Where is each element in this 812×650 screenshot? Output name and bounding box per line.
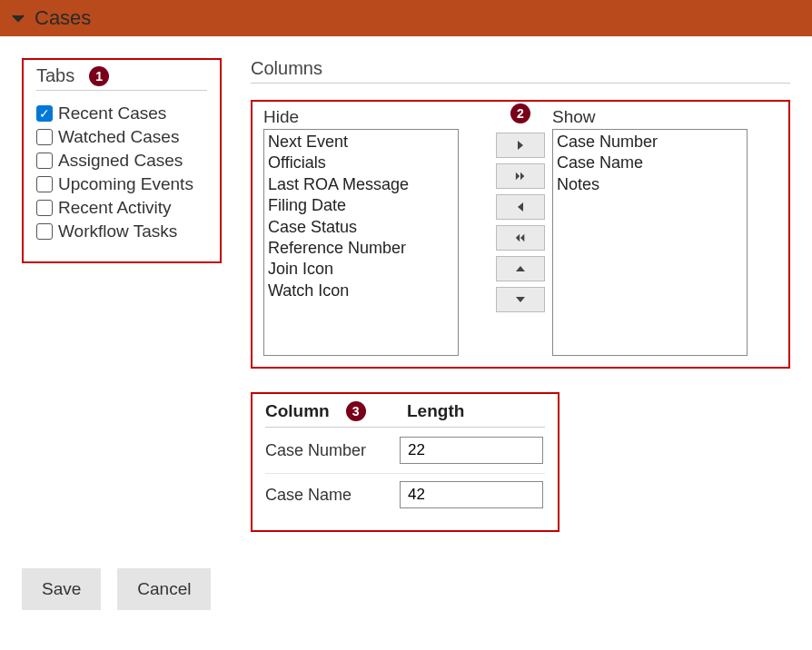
- checkbox-icon[interactable]: ✓: [36, 105, 53, 122]
- hide-list-item[interactable]: Watch Icon: [268, 281, 454, 301]
- chevron-down-icon: [11, 11, 25, 25]
- hide-list-item[interactable]: Officials: [268, 153, 454, 173]
- hide-list-item[interactable]: Filing Date: [268, 195, 454, 216]
- tab-checkbox-label: Watched Cases: [58, 127, 179, 147]
- tabs-title: Tabs: [36, 65, 74, 86]
- length-row: Case Name: [265, 481, 545, 508]
- show-list-item[interactable]: Case Name: [557, 153, 743, 173]
- move-down-button[interactable]: [496, 287, 545, 312]
- annotation-badge-3: 3: [346, 401, 366, 421]
- annotation-badge-2: 2: [510, 103, 530, 123]
- tab-checkbox-row[interactable]: Watched Cases: [36, 127, 207, 147]
- length-row: Case Number: [265, 437, 545, 474]
- length-input[interactable]: [400, 481, 543, 508]
- length-length-header: Length: [407, 401, 464, 421]
- move-up-button[interactable]: [496, 256, 545, 281]
- show-listbox[interactable]: Case NumberCase NameNotes: [552, 129, 748, 356]
- length-column-header: Column: [265, 401, 330, 421]
- hide-list-item[interactable]: Case Status: [268, 217, 454, 238]
- columns-title: Columns: [251, 58, 790, 84]
- move-right-button[interactable]: [496, 133, 545, 158]
- show-label: Show: [552, 107, 777, 127]
- section-header[interactable]: Cases: [0, 0, 812, 36]
- tab-checkbox-row[interactable]: Upcoming Events: [36, 174, 207, 194]
- show-list-item[interactable]: Case Number: [557, 132, 743, 153]
- tab-checkbox-row[interactable]: Recent Activity: [36, 198, 207, 218]
- dual-list-panel: Hide Next EventOfficialsLast ROA Message…: [251, 100, 790, 369]
- tab-checkbox-row[interactable]: Assigned Cases: [36, 151, 207, 171]
- hide-list-item[interactable]: Last ROA Message: [268, 174, 454, 195]
- tab-checkbox-row[interactable]: Workflow Tasks: [36, 222, 207, 241]
- section-title: Cases: [35, 6, 91, 30]
- length-panel: Column 3 Length Case NumberCase Name: [251, 392, 559, 532]
- tab-checkbox-label: Recent Activity: [58, 198, 172, 218]
- tab-checkbox-label: Upcoming Events: [58, 174, 193, 194]
- save-button[interactable]: Save: [22, 568, 101, 610]
- move-all-right-button[interactable]: [496, 163, 545, 189]
- hide-list-item[interactable]: Reference Number: [268, 238, 454, 259]
- move-buttons: 2: [496, 127, 545, 312]
- checkbox-icon[interactable]: [36, 129, 53, 145]
- hide-listbox[interactable]: Next EventOfficialsLast ROA MessageFilin…: [263, 129, 459, 356]
- checkbox-icon[interactable]: [36, 176, 53, 192]
- checkbox-icon[interactable]: [36, 153, 53, 169]
- tab-checkbox-label: Workflow Tasks: [58, 222, 177, 241]
- annotation-badge-1: 1: [89, 66, 109, 86]
- hide-list-item[interactable]: Join Icon: [268, 259, 454, 280]
- move-all-left-button[interactable]: [496, 225, 545, 251]
- show-list-item[interactable]: Notes: [557, 174, 743, 195]
- move-left-button[interactable]: [496, 194, 545, 220]
- cancel-button[interactable]: Cancel: [117, 568, 211, 610]
- tabs-panel: Tabs 1 ✓Recent CasesWatched CasesAssigne…: [22, 58, 222, 263]
- hide-list-item[interactable]: Next Event: [268, 132, 454, 153]
- length-row-name: Case Name: [265, 486, 400, 505]
- length-row-name: Case Number: [265, 441, 400, 460]
- tabs-header: Tabs 1: [36, 65, 207, 91]
- tab-checkbox-label: Assigned Cases: [58, 151, 183, 171]
- checkbox-icon[interactable]: [36, 223, 53, 240]
- tab-checkbox-row[interactable]: ✓Recent Cases: [36, 103, 207, 123]
- length-header: Column 3 Length: [265, 401, 545, 428]
- tab-checkbox-label: Recent Cases: [58, 103, 166, 123]
- checkbox-icon[interactable]: [36, 200, 53, 216]
- length-input[interactable]: [400, 437, 543, 464]
- hide-label: Hide: [263, 107, 489, 127]
